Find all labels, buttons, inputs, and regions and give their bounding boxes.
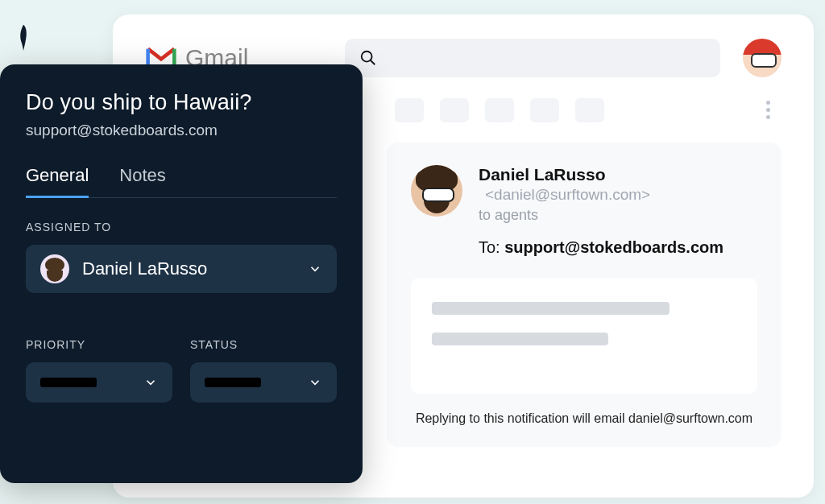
app-logo xyxy=(16,23,31,53)
more-menu-icon[interactable] xyxy=(763,97,773,122)
email-header: Daniel LaRusso <daniel@surftown.com> to … xyxy=(411,165,757,257)
toolbar-button[interactable] xyxy=(395,98,424,122)
tab-general[interactable]: General xyxy=(26,165,89,198)
tab-notes[interactable]: Notes xyxy=(119,165,165,197)
to-label: To: xyxy=(479,238,504,256)
status-select[interactable] xyxy=(190,362,337,403)
chevron-down-icon xyxy=(308,262,322,276)
sender-name: Daniel LaRusso xyxy=(479,165,606,184)
search-input[interactable] xyxy=(345,39,720,77)
status-value xyxy=(205,378,261,387)
email-pane: Daniel LaRusso <daniel@surftown.com> to … xyxy=(387,143,781,447)
toolbar-button[interactable] xyxy=(485,98,514,122)
assigned-to-label: ASSIGNED TO xyxy=(26,221,337,233)
priority-value xyxy=(40,378,97,387)
search-icon xyxy=(359,49,377,67)
reply-note: Replying to this notification will email… xyxy=(411,411,757,426)
body-placeholder-line xyxy=(432,302,670,315)
toolbar-button[interactable] xyxy=(440,98,469,122)
priority-select[interactable] xyxy=(26,362,172,403)
svg-line-1 xyxy=(371,60,375,65)
email-body xyxy=(411,278,757,394)
to-line: To: support@stokedboards.com xyxy=(479,238,757,257)
ticket-title: Do you ship to Hawaii? xyxy=(26,90,337,115)
recipients-label: to agents xyxy=(479,207,757,224)
status-label: STATUS xyxy=(190,338,337,351)
svg-point-0 xyxy=(362,52,372,62)
assignee-avatar xyxy=(40,254,69,283)
chevron-down-icon xyxy=(308,375,322,390)
ticket-subtitle: support@stokedboards.com xyxy=(26,122,337,139)
to-address: support@stokedboards.com xyxy=(504,238,723,256)
assignee-name: Daniel LaRusso xyxy=(82,258,295,279)
ticket-panel: Do you ship to Hawaii? support@stokedboa… xyxy=(0,64,363,483)
sender-avatar xyxy=(411,165,462,217)
ticket-tabs: General Notes xyxy=(26,165,337,198)
sender-line: Daniel LaRusso <daniel@surftown.com> xyxy=(479,165,757,204)
sender-email: <daniel@surftown.com> xyxy=(485,186,650,203)
priority-label: PRIORITY xyxy=(26,338,172,351)
toolbar-button[interactable] xyxy=(530,98,559,122)
account-avatar[interactable] xyxy=(743,39,781,77)
chevron-down-icon xyxy=(143,375,158,390)
body-placeholder-line xyxy=(432,333,608,345)
toolbar-button[interactable] xyxy=(575,98,604,122)
assigned-to-select[interactable]: Daniel LaRusso xyxy=(26,245,337,293)
